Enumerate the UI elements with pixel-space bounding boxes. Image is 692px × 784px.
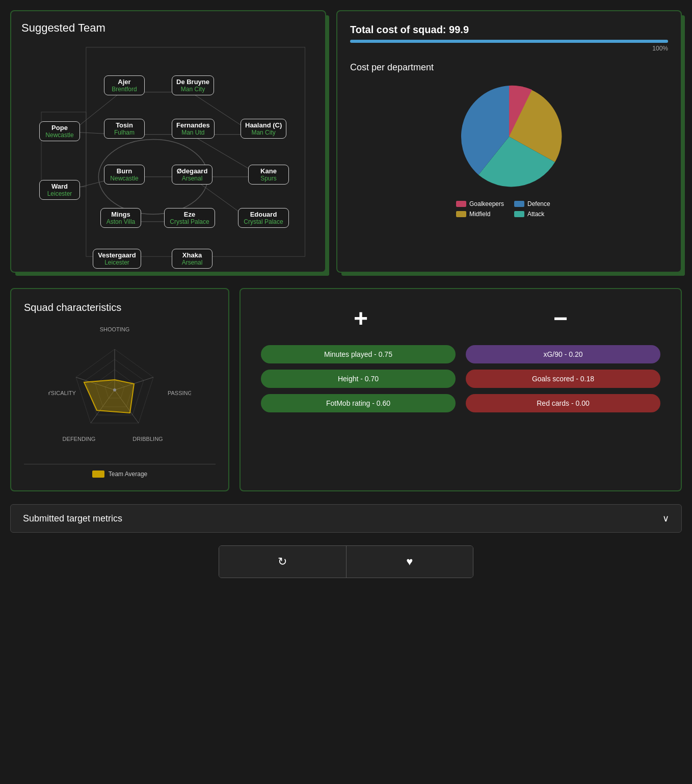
metrics-plus-label: + [354, 304, 368, 332]
player-eze[interactable]: Eze Crystal Palace [164, 208, 215, 228]
pitch-area: Pope Newcastle Ward Leicester Ajer Brent… [21, 42, 315, 262]
player-name-debruyne: De Bruyne [176, 78, 209, 86]
player-team-eze: Crystal Palace [169, 218, 210, 225]
radar-legend-color [92, 471, 104, 478]
metrics-positive-col: Minutes played - 0.75 Height - 0.70 FotM… [261, 345, 456, 412]
legend-label-attack: Attack [527, 211, 544, 218]
player-edouard[interactable]: Edouard Crystal Palace [238, 208, 289, 228]
svg-text:SHOOTING: SHOOTING [100, 326, 130, 332]
player-team-debruyne: Man City [176, 86, 209, 93]
metrics-negative-col: xG/90 - 0.20 Goals scored - 0.18 Red car… [466, 345, 660, 412]
svg-text:PASSING: PASSING [168, 390, 191, 396]
player-burn[interactable]: Burn Newcastle [104, 165, 145, 185]
bottom-buttons: ↻ ♥ [219, 545, 473, 578]
pie-container: Goalkeepers Defence Midfield Attack [350, 81, 668, 218]
player-name-haaland: Haaland (C) [245, 121, 282, 129]
player-name-eze: Eze [169, 211, 210, 218]
chevron-down-icon: ∨ [662, 513, 669, 524]
main-container: Suggested Team [10, 10, 682, 578]
svg-text:DRIBBLING: DRIBBLING [132, 436, 163, 442]
legend-label-midfield: Midfield [469, 211, 490, 218]
metric-btn-goals-scored[interactable]: Goals scored - 0.18 [466, 370, 660, 388]
bottom-row: Squad characteristics SHOOTING PASSING D… [10, 288, 682, 491]
metric-btn-height[interactable]: Height - 0.70 [261, 370, 456, 388]
legend-color-defence [514, 201, 524, 207]
player-name-fernandes: Fernandes [176, 121, 210, 129]
legend-item-goalkeepers: Goalkeepers [456, 200, 504, 207]
radar-chart: SHOOTING PASSING DRIBBLING DEFENDING PHY… [48, 324, 191, 456]
player-team-ward: Leicester [44, 190, 75, 197]
metric-btn-xg90[interactable]: xG/90 - 0.20 [466, 345, 660, 363]
player-team-vestergaard: Leicester [97, 259, 137, 266]
top-row: Suggested Team [10, 10, 682, 273]
player-tosin[interactable]: Tosin Fulham [104, 119, 145, 139]
player-vestergaard[interactable]: Vestergaard Leicester [93, 249, 141, 269]
player-team-pope: Newcastle [44, 132, 75, 139]
suggested-team-panel: Suggested Team [10, 10, 326, 273]
legend-color-goalkeepers [456, 201, 466, 207]
player-xhaka[interactable]: Xhaka Arsenal [172, 249, 212, 269]
submitted-metrics-label: Submitted target metrics [23, 513, 122, 524]
player-fernandes[interactable]: Fernandes Man Utd [172, 119, 215, 139]
legend: Goalkeepers Defence Midfield Attack [456, 200, 562, 218]
player-name-pope: Pope [44, 124, 75, 132]
metric-btn-red-cards[interactable]: Red cards - 0.00 [466, 394, 660, 412]
svg-text:DEFENDING: DEFENDING [63, 436, 96, 442]
cost-panel: Total cost of squad: 99.9 100% Cost per … [336, 10, 682, 273]
player-mings[interactable]: Mings Aston Villa [100, 208, 141, 228]
svg-point-30 [113, 388, 116, 391]
player-name-burn: Burn [109, 167, 140, 175]
legend-color-attack [514, 211, 524, 217]
cost-title: Total cost of squad: 99.9 [350, 24, 668, 36]
metrics-panel: + − Minutes played - 0.75 Height - 0.70 … [239, 288, 682, 491]
pie-chart [453, 81, 565, 193]
player-team-fernandes: Man Utd [176, 129, 210, 136]
metrics-columns: Minutes played - 0.75 Height - 0.70 FotM… [261, 345, 660, 412]
radar-container: SHOOTING PASSING DRIBBLING DEFENDING PHY… [24, 324, 216, 478]
legend-label-goalkeepers: Goalkeepers [469, 200, 504, 207]
squad-characteristics-title: Squad characteristics [24, 302, 216, 313]
metric-btn-minutes-played[interactable]: Minutes played - 0.75 [261, 345, 456, 363]
player-ajer[interactable]: Ajer Brentford [104, 75, 145, 95]
legend-color-midfield [456, 211, 466, 217]
player-team-edouard: Crystal Palace [243, 218, 284, 225]
player-team-kane: Spurs [253, 175, 284, 182]
player-team-tosin: Fulham [109, 129, 140, 136]
player-haaland[interactable]: Haaland (C) Man City [241, 119, 286, 139]
radar-legend: Team Average [92, 471, 148, 478]
player-name-kane: Kane [253, 167, 284, 175]
svg-text:PHYSICALITY: PHYSICALITY [48, 390, 76, 396]
cost-bar-fill [350, 40, 668, 43]
metric-btn-fotmob-rating[interactable]: FotMob rating - 0.60 [261, 394, 456, 412]
player-ward[interactable]: Ward Leicester [39, 180, 80, 200]
player-name-mings: Mings [105, 211, 137, 218]
legend-item-defence: Defence [514, 200, 562, 207]
player-kane[interactable]: Kane Spurs [248, 165, 289, 185]
suggested-team-title: Suggested Team [21, 21, 315, 35]
player-odegaard[interactable]: Ødegaard Arsenal [172, 165, 212, 185]
player-debruyne[interactable]: De Bruyne Man City [172, 75, 214, 95]
radar-legend-label: Team Average [109, 471, 148, 478]
squad-panel: Squad characteristics SHOOTING PASSING D… [10, 288, 229, 491]
player-team-mings: Aston Villa [105, 218, 137, 225]
player-name-tosin: Tosin [109, 121, 140, 129]
player-team-haaland: Man City [245, 129, 282, 136]
legend-item-midfield: Midfield [456, 211, 504, 218]
player-name-edouard: Edouard [243, 211, 284, 218]
metrics-header: + − [261, 304, 660, 332]
cost-bar-container [350, 40, 668, 43]
legend-label-defence: Defence [527, 200, 550, 207]
player-name-ajer: Ajer [109, 78, 140, 86]
player-pope[interactable]: Pope Newcastle [39, 121, 80, 141]
pitch-lines [21, 42, 315, 262]
heart-icon: ♥ [406, 555, 413, 568]
player-name-xhaka: Xhaka [176, 251, 208, 259]
player-name-vestergaard: Vestergaard [97, 251, 137, 259]
legend-item-attack: Attack [514, 211, 562, 218]
submitted-metrics[interactable]: Submitted target metrics ∨ [10, 504, 682, 533]
refresh-button[interactable]: ↻ [219, 546, 347, 578]
refresh-icon: ↻ [278, 555, 287, 568]
favorite-button[interactable]: ♥ [347, 546, 473, 578]
player-name-odegaard: Ødegaard [176, 167, 208, 175]
player-team-xhaka: Arsenal [176, 259, 208, 266]
